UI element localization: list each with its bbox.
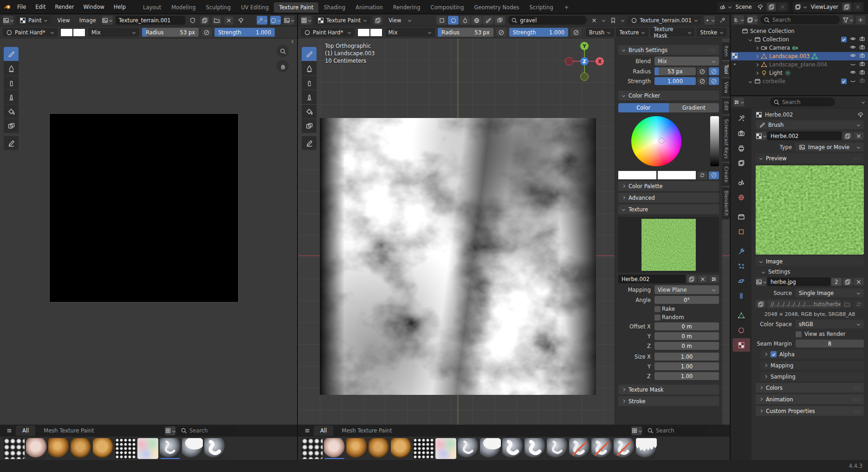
expander-icon[interactable] xyxy=(755,71,758,74)
sidebar-toggle-icon[interactable] xyxy=(291,40,295,43)
outliner-row-scene-collection[interactable]: Scene Collection xyxy=(731,27,868,35)
properties-tab-physics[interactable] xyxy=(732,274,750,288)
editor-type-button[interactable] xyxy=(3,16,13,25)
check-toggle[interactable] xyxy=(841,37,847,42)
shelf-tab-mesh-texture-paint[interactable]: Mesh Texture Paint xyxy=(37,426,100,436)
open-image-icon[interactable] xyxy=(212,16,221,25)
editor-type-button[interactable] xyxy=(733,98,744,106)
properties-tab-material[interactable] xyxy=(732,323,750,337)
mask-display-toggle[interactable] xyxy=(494,16,505,25)
editor-type-button[interactable] xyxy=(733,15,744,24)
cam-toggle[interactable] xyxy=(859,61,865,68)
brush-selector[interactable]: Paint Hard* xyxy=(3,28,58,37)
texture-mask-panel-header[interactable]: Texture Mask xyxy=(618,385,719,394)
menu-image[interactable]: Image xyxy=(76,16,99,25)
radius-pressure-toggle[interactable] xyxy=(496,28,506,36)
workspace-tab-animation[interactable]: Animation xyxy=(350,2,388,13)
sidebar-tab-edit[interactable]: Edit xyxy=(722,98,730,114)
menu-edit[interactable]: Edit xyxy=(31,2,50,12)
color-tab[interactable]: Color xyxy=(618,103,669,112)
image-mode-dropdown[interactable]: Paint xyxy=(16,16,51,25)
cam-toggle[interactable] xyxy=(859,36,865,43)
drag-dots-icon[interactable]: :::: xyxy=(853,156,861,161)
brush-asset[interactable] xyxy=(480,438,501,459)
properties-tab-world[interactable] xyxy=(732,190,750,204)
image-panel-header[interactable]: Image xyxy=(756,256,864,266)
random-checkbox[interactable] xyxy=(654,315,661,321)
shelf-tab-mesh-texture-paint[interactable]: Mesh Texture Paint xyxy=(335,426,398,436)
snap-toggle[interactable] xyxy=(257,16,267,25)
eye-closed-toggle[interactable] xyxy=(850,78,856,85)
shelf-display-settings[interactable] xyxy=(631,426,642,435)
brush-display-toggle[interactable] xyxy=(483,16,493,25)
exclude-checkbox[interactable] xyxy=(841,37,847,42)
copy-icon[interactable] xyxy=(842,3,851,11)
texture-panel-header[interactable]: Texture xyxy=(618,204,719,214)
pressure-toggle[interactable] xyxy=(709,171,719,179)
unlink-icon[interactable] xyxy=(854,278,864,286)
droplet-display-toggle[interactable] xyxy=(460,16,470,25)
texture-name-field[interactable]: Herbe.002 xyxy=(767,131,842,140)
primary-color-swatch[interactable] xyxy=(60,28,73,37)
expander-icon[interactable] xyxy=(749,38,752,41)
radius-field[interactable]: 53 px xyxy=(654,67,696,75)
shelf-search-input[interactable]: Search xyxy=(177,426,238,435)
image-canvas[interactable] xyxy=(50,114,238,302)
outliner-row-light[interactable]: Light xyxy=(731,69,868,77)
properties-tab-particles[interactable] xyxy=(732,259,750,273)
source-dropdown[interactable]: Single Image xyxy=(796,288,864,297)
strength-slider[interactable]: Strength1.000 xyxy=(509,28,568,37)
texture-popover[interactable]: Texture xyxy=(616,28,648,37)
color-palette-panel-header[interactable]: Color Palette xyxy=(618,181,719,191)
brush-asset[interactable] xyxy=(324,438,345,459)
copy-icon[interactable] xyxy=(842,132,853,140)
mask-tool-button[interactable] xyxy=(302,119,317,133)
users-count-badge[interactable]: 2 xyxy=(831,278,842,286)
workspace-tab-geometry-nodes[interactable]: Geometry Nodes xyxy=(469,2,525,13)
radius-pressure-toggle[interactable] xyxy=(201,28,212,36)
type-dropdown[interactable]: Image or Movie xyxy=(796,143,864,151)
sidebar-tab-item[interactable]: Item xyxy=(722,42,730,60)
properties-tab-output[interactable] xyxy=(732,141,750,155)
properties-tab-constraints[interactable] xyxy=(732,289,750,302)
soften-tool-button[interactable] xyxy=(302,61,317,75)
swap-colors-icon[interactable] xyxy=(697,171,707,179)
navigation-gizmo[interactable]: Y X Z xyxy=(565,42,604,81)
texture-offset-field[interactable]: 0 m xyxy=(654,342,719,350)
brush-asset[interactable] xyxy=(137,438,158,459)
mode-options-icon[interactable] xyxy=(373,16,382,25)
texture-properties-icon[interactable] xyxy=(709,275,719,283)
brush-asset[interactable] xyxy=(569,438,590,459)
shelf-menu-icon[interactable] xyxy=(5,426,14,435)
mask-tool-button[interactable] xyxy=(4,119,19,133)
brush-asset[interactable] xyxy=(591,438,612,459)
color-swatches[interactable] xyxy=(60,28,85,37)
gizmo-x-neg-axis[interactable] xyxy=(565,57,573,66)
shelf-search-input[interactable]: Search xyxy=(644,426,706,435)
workspace-tab-compositing[interactable]: Compositing xyxy=(425,2,469,13)
copy-icon[interactable] xyxy=(842,278,853,286)
drag-dots-icon[interactable]: :::: xyxy=(853,386,861,390)
secondary-color-swatch[interactable] xyxy=(658,171,696,179)
filter-options-icon[interactable] xyxy=(862,100,865,104)
workspace-tab-scripting[interactable]: Scripting xyxy=(525,2,558,13)
outliner-row-camera[interactable]: Camera xyxy=(731,44,868,52)
draw-tool-button[interactable] xyxy=(4,47,19,61)
secondary-color-swatch[interactable] xyxy=(73,28,85,37)
properties-tab-tool[interactable] xyxy=(732,111,750,125)
gizmo-x-axis[interactable]: X xyxy=(596,57,604,66)
menu-file[interactable]: File xyxy=(13,2,31,12)
outliner-search-input[interactable]: Search xyxy=(760,15,840,24)
falloff-dropdown[interactable] xyxy=(704,16,715,25)
properties-tab-modifiers[interactable] xyxy=(732,244,750,258)
strength-pressure-toggle[interactable] xyxy=(571,28,581,36)
strength-field[interactable]: 1.000 xyxy=(654,77,696,85)
sidebar-tab-view[interactable]: View xyxy=(722,79,730,97)
expander-icon[interactable] xyxy=(755,54,758,58)
clear-search-icon[interactable] xyxy=(589,16,599,25)
value-slider[interactable] xyxy=(710,116,719,166)
settings-subpanel-header[interactable]: Settings xyxy=(761,269,864,275)
menu-view[interactable]: View xyxy=(385,16,404,25)
smear-tool-button[interactable] xyxy=(4,76,19,90)
primary-color-swatch[interactable] xyxy=(618,171,656,179)
